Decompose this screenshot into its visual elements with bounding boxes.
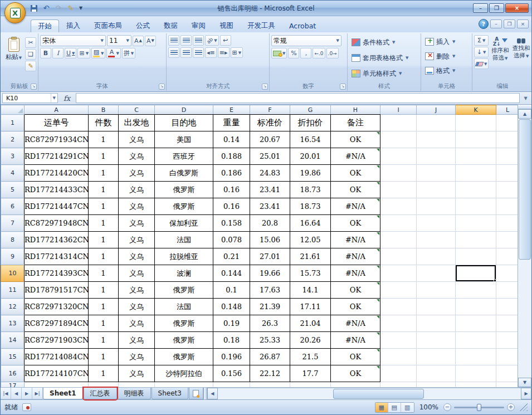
ribbon-tab-page-layout[interactable]: 页面布局 (87, 19, 129, 32)
column-header-B[interactable]: B (89, 105, 119, 115)
workbook-minimize-button[interactable]: – (490, 19, 502, 28)
cell-I3[interactable] (380, 148, 417, 165)
sheet-tab-Sheet3[interactable]: Sheet3 (152, 388, 188, 399)
cell-I13[interactable] (380, 315, 417, 332)
ribbon-tab-insert[interactable]: 插入 (60, 19, 87, 32)
cell-B3[interactable]: 1 (89, 148, 119, 165)
help-button[interactable]: ? (479, 19, 489, 29)
cell-J3[interactable] (417, 148, 456, 165)
cell-G11[interactable]: 14.1 (290, 282, 331, 299)
column-header-I[interactable]: I (380, 105, 417, 115)
cell-E14[interactable]: 0.18 (213, 332, 250, 349)
cell-B2[interactable]: 1 (89, 131, 119, 148)
row-header-3[interactable]: 3 (1, 148, 25, 165)
cell-A1[interactable]: 运单号 (25, 115, 89, 131)
cell-A6[interactable]: RD177214447CN (25, 198, 89, 215)
cell-B7[interactable]: 1 (89, 215, 119, 232)
cell-H4[interactable]: OK (331, 165, 380, 182)
row-header-12[interactable]: 12 (1, 299, 25, 315)
cell-H9[interactable]: #N/A (331, 248, 380, 265)
font-size-combo[interactable]: 11▼ (107, 35, 131, 46)
cell-E1[interactable]: 重量 (213, 115, 250, 131)
format-as-table-button[interactable]: 套用表格格式▼ (349, 51, 419, 65)
cell-D16[interactable]: 沙特阿拉伯 (155, 365, 213, 382)
insert-function-button[interactable]: fx (60, 94, 74, 102)
cell-J12[interactable] (417, 299, 456, 315)
cell-E8[interactable]: 0.078 (213, 232, 250, 248)
sort-filter-button[interactable]: AZ↓ 排序和 筛选▼ (490, 35, 510, 69)
column-header-L[interactable]: L (496, 105, 518, 115)
cell-K6[interactable] (456, 198, 496, 215)
undo-button[interactable]: ↶ (41, 3, 52, 13)
column-header-F[interactable]: F (250, 105, 290, 115)
cell-E2[interactable]: 0.14 (213, 131, 250, 148)
row-header-5[interactable]: 5 (1, 182, 25, 198)
decrease-indent-button[interactable]: ◂≡ (205, 47, 217, 58)
cell-H7[interactable]: OK (331, 215, 380, 232)
cell-K5[interactable] (456, 182, 496, 198)
vertical-scroll-track[interactable] (518, 119, 531, 378)
cell-F4[interactable]: 24.83 (250, 165, 290, 182)
cell-G9[interactable]: 21.61 (290, 248, 331, 265)
format-painter-button[interactable]: ✎ (25, 61, 36, 71)
cell-H11[interactable]: OK (331, 282, 380, 299)
cell-K3[interactable] (456, 148, 496, 165)
first-sheet-button[interactable]: |◀ (1, 388, 11, 399)
cell-L3[interactable] (496, 148, 518, 165)
vertical-scroll-thumb[interactable] (519, 119, 531, 260)
row-header-7[interactable]: 7 (1, 215, 25, 232)
orientation-button[interactable]: ab▼ (205, 35, 219, 46)
zoom-knob[interactable] (477, 404, 481, 411)
cell-E11[interactable]: 0.1 (213, 282, 250, 299)
cell-L16[interactable] (496, 365, 518, 382)
cell-J13[interactable] (417, 315, 456, 332)
cell-C4[interactable]: 义乌 (119, 165, 155, 182)
cell-H2[interactable]: OK (331, 131, 380, 148)
column-header-D[interactable]: D (155, 105, 213, 115)
cell-E12[interactable]: 0.148 (213, 299, 250, 315)
cell-B8[interactable]: 1 (89, 232, 119, 248)
cell-F15[interactable]: 26.87 (250, 349, 290, 365)
cell-J1[interactable] (417, 115, 456, 131)
insert-cells-button[interactable]: 插入▼ (423, 35, 470, 48)
select-all-corner[interactable] (1, 105, 25, 115)
cell-E10[interactable]: 0.144 (213, 265, 250, 282)
cell-F9[interactable]: 27.01 (250, 248, 290, 265)
cell-G14[interactable]: 20.26 (290, 332, 331, 349)
cell-K11[interactable] (456, 282, 496, 299)
column-header-C[interactable]: C (119, 105, 155, 115)
cell-J16[interactable] (417, 365, 456, 382)
row-header-11[interactable]: 11 (1, 282, 25, 299)
cell-D5[interactable]: 俄罗斯 (155, 182, 213, 198)
cell-J14[interactable] (417, 332, 456, 349)
cell-E13[interactable]: 0.19 (213, 315, 250, 332)
column-header-H[interactable]: H (331, 105, 380, 115)
cell-J2[interactable] (417, 131, 456, 148)
cell-F10[interactable]: 19.66 (250, 265, 290, 282)
cell-G7[interactable]: 16.64 (290, 215, 331, 232)
ribbon-tab-formulas[interactable]: 公式 (129, 19, 157, 32)
align-center-button[interactable] (180, 47, 192, 58)
cell-B15[interactable]: 1 (89, 349, 119, 365)
column-header-K[interactable]: K (456, 105, 496, 115)
cell-H13[interactable]: #N/A (331, 315, 380, 332)
save-button[interactable] (28, 3, 40, 13)
cell-D17[interactable] (155, 382, 213, 388)
decrease-decimal-button[interactable]: .0→ (326, 48, 339, 58)
cell-I12[interactable] (380, 299, 417, 315)
scroll-left-button[interactable]: ◀ (207, 388, 218, 399)
cell-J4[interactable] (417, 165, 456, 182)
cell-A15[interactable]: RD177214084CN (25, 349, 89, 365)
cell-I17[interactable] (380, 382, 417, 388)
cell-D4[interactable]: 白俄罗斯 (155, 165, 213, 182)
merge-center-button[interactable]: ⊞▼ (231, 47, 243, 58)
cell-L14[interactable] (496, 332, 518, 349)
cell-K15[interactable] (456, 349, 496, 365)
cell-A14[interactable]: RC872971903CN (25, 332, 89, 349)
cell-F3[interactable]: 25.01 (250, 148, 290, 165)
cell-I1[interactable] (380, 115, 417, 131)
cell-G1[interactable]: 折扣价 (290, 115, 331, 131)
increase-indent-button[interactable]: ≡▸ (218, 47, 230, 58)
cell-B16[interactable]: 1 (89, 365, 119, 382)
cell-C1[interactable]: 出发地 (119, 115, 155, 131)
